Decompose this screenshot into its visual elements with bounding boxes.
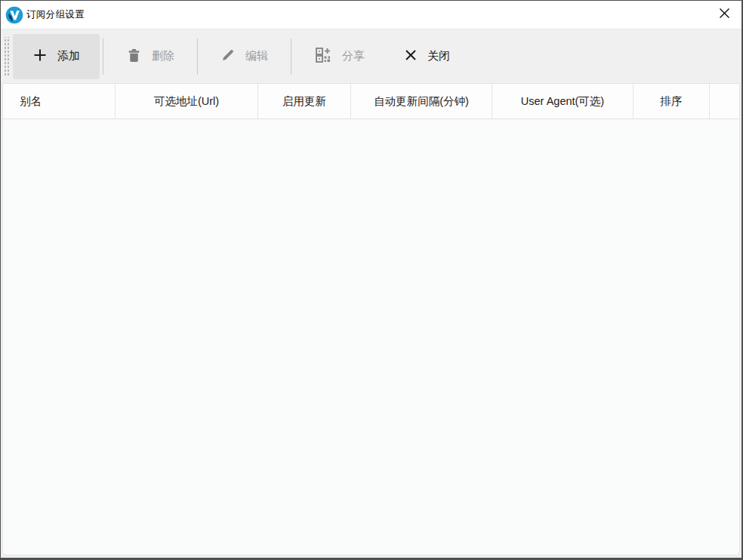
delete-button-label: 删除 xyxy=(152,49,174,63)
toolbar-separator xyxy=(291,38,291,75)
window-close-button[interactable] xyxy=(707,1,741,29)
close-button-label: 关闭 xyxy=(427,49,450,63)
column-header-update-interval[interactable]: 自动更新间隔(分钟) xyxy=(351,84,492,118)
column-header-alias[interactable]: 别名 xyxy=(3,84,116,118)
column-header-url[interactable]: 可选地址(Url) xyxy=(116,84,258,118)
table-header-row: 别名 可选地址(Url) 启用更新 自动更新间隔(分钟) User Agent(… xyxy=(3,84,739,119)
toolbar-separator xyxy=(103,38,103,75)
share-button[interactable]: 分享 xyxy=(294,34,384,79)
close-x-icon xyxy=(719,8,730,22)
subscription-group-settings-window: 订阅分组设置 添加 xyxy=(0,0,743,560)
trash-icon xyxy=(126,48,142,66)
table-body-empty xyxy=(3,119,739,555)
add-button-label: 添加 xyxy=(57,49,80,63)
close-icon xyxy=(404,48,418,64)
column-header-enable-update[interactable]: 启用更新 xyxy=(258,84,351,118)
v2rayn-logo-icon xyxy=(5,6,23,24)
pencil-icon xyxy=(220,48,236,65)
column-header-filler xyxy=(710,84,739,118)
qr-share-icon xyxy=(314,46,332,66)
subscription-table: 别名 可选地址(Url) 启用更新 自动更新间隔(分钟) User Agent(… xyxy=(2,83,740,555)
toolbar-separator xyxy=(197,38,198,75)
delete-button[interactable]: 删除 xyxy=(106,34,194,79)
edit-button[interactable]: 编辑 xyxy=(201,34,288,79)
titlebar[interactable]: 订阅分组设置 xyxy=(1,1,741,29)
window-title: 订阅分组设置 xyxy=(26,8,85,21)
close-button[interactable]: 关闭 xyxy=(384,34,470,79)
column-header-sort[interactable]: 排序 xyxy=(634,84,710,118)
edit-button-label: 编辑 xyxy=(245,49,268,63)
toolbar-grip[interactable] xyxy=(3,37,9,76)
column-header-user-agent[interactable]: User Agent(可选) xyxy=(492,84,634,118)
plus-icon xyxy=(32,48,48,65)
share-button-label: 分享 xyxy=(342,49,365,63)
toolbar: 添加 删除 编辑 xyxy=(1,29,741,83)
add-button[interactable]: 添加 xyxy=(13,34,100,79)
